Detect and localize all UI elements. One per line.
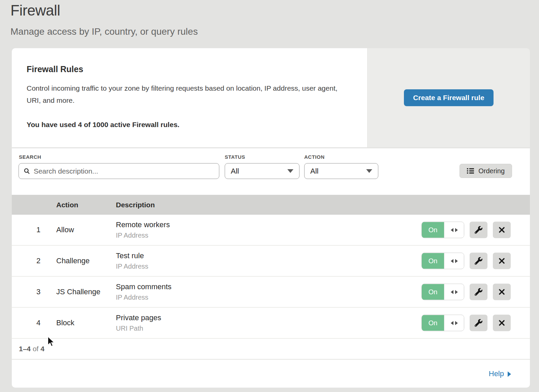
column-header-action: Action [56,201,78,209]
edit-rule-button[interactable] [470,222,487,238]
page-subtitle: Manage access by IP, country, or query r… [10,26,198,37]
overview-heading: Firewall Rules [27,64,347,74]
table-row: 1 Allow Remote workers IP Address On [12,215,530,246]
rule-description: Private pages [116,313,161,322]
rule-action: Block [56,319,74,327]
rule-priority: 4 [32,319,45,327]
close-icon [498,227,505,234]
rules-usage-note: You have used 4 of 1000 active Firewall … [27,121,347,129]
edit-rule-button[interactable] [470,284,487,300]
help-link-label: Help [489,369,504,378]
delete-rule-button[interactable] [493,284,511,300]
action-select[interactable]: All [304,163,378,179]
rule-priority: 1 [32,225,45,234]
toggle-drag-handle[interactable] [444,222,464,238]
chevron-right-icon [508,371,511,377]
wrench-icon [475,288,482,296]
ordered-list-icon [467,168,474,174]
help-link[interactable]: Help [489,369,511,378]
filter-bar: SEARCH STATUS All ACTION All [12,148,530,195]
toggle-on-label: On [422,222,444,238]
chevron-down-icon [287,169,293,173]
rule-priority: 3 [32,288,45,296]
pagination-range: 1–4 of 4 [19,345,44,353]
overview-card-action-panel: Create a Firewall rule [367,48,530,147]
table-row: 3 JS Challenge Spam comments IP Address … [12,277,530,308]
arrow-left-icon [451,321,453,325]
pagination-range-values: 1–4 [19,345,31,353]
pagination-bar: 1–4 of 4 [12,339,530,359]
rule-controls: On [421,315,511,331]
search-field-container [19,163,219,179]
rule-description-cell: Remote workers IP Address [116,220,170,239]
rule-enabled-toggle[interactable]: On [421,284,464,300]
rule-controls: On [421,222,511,238]
rule-description: Test rule [116,251,148,260]
toggle-drag-handle[interactable] [444,315,464,331]
arrow-right-icon [455,290,458,294]
overview-card-text: Firewall Rules Control incoming traffic … [12,48,367,147]
action-label: ACTION [304,154,325,160]
arrow-left-icon [451,259,453,263]
rule-controls: On [421,253,511,269]
status-label: STATUS [225,154,245,160]
rule-action: JS Challenge [56,288,100,296]
search-input[interactable] [34,167,215,175]
table-row: 4 Block Private pages URI Path On [12,308,530,339]
rule-match-type: IP Address [116,232,170,239]
create-firewall-rule-button[interactable]: Create a Firewall rule [404,89,493,106]
toggle-on-label: On [422,253,444,269]
toggle-drag-handle[interactable] [444,253,464,269]
rule-description-cell: Spam comments IP Address [116,282,171,301]
firewall-rules-overview-card: Firewall Rules Control incoming traffic … [12,48,530,147]
search-label: SEARCH [19,154,41,160]
firewall-rules-list-card: SEARCH STATUS All ACTION All [12,148,530,388]
page-title: Firewall [10,2,60,19]
pagination-of-word: of [33,345,39,353]
search-icon [24,168,30,175]
close-icon [498,258,505,265]
rule-enabled-toggle[interactable]: On [421,315,464,331]
ordering-button[interactable]: Ordering [459,164,512,178]
rule-enabled-toggle[interactable]: On [421,253,464,269]
wrench-icon [475,319,482,327]
status-select[interactable]: All [225,163,299,179]
rule-match-type: IP Address [116,294,171,301]
rule-priority: 2 [32,257,45,265]
chevron-down-icon [366,169,372,173]
arrow-right-icon [455,259,458,263]
status-selected-value: All [231,167,239,176]
ordering-button-label: Ordering [478,167,505,175]
table-row: 2 Challenge Test rule IP Address On [12,246,530,277]
close-icon [498,289,505,296]
toggle-drag-handle[interactable] [444,284,464,300]
mouse-cursor [47,336,56,348]
close-icon [498,320,505,327]
table-header: Action Description [12,195,530,215]
column-header-description: Description [116,201,155,209]
rule-match-type: IP Address [116,263,148,270]
rule-enabled-toggle[interactable]: On [421,222,464,238]
rule-description: Remote workers [116,220,170,229]
arrow-right-icon [455,228,458,232]
arrow-left-icon [451,290,453,294]
wrench-icon [475,257,482,265]
rule-description: Spam comments [116,282,171,291]
delete-rule-button[interactable] [493,253,511,269]
rule-action: Allow [56,225,74,234]
delete-rule-button[interactable] [493,315,511,331]
rule-description-cell: Test rule IP Address [116,251,148,270]
toggle-on-label: On [422,315,444,331]
arrow-left-icon [451,228,453,232]
overview-description: Control incoming traffic to your zone by… [27,82,347,107]
edit-rule-button[interactable] [470,315,487,331]
edit-rule-button[interactable] [470,253,487,269]
delete-rule-button[interactable] [493,222,511,238]
card-footer: Help [12,359,530,388]
rule-controls: On [421,284,511,300]
wrench-icon [475,226,482,234]
rule-action: Challenge [56,257,90,265]
pagination-total: 4 [40,345,44,353]
arrow-right-icon [455,321,458,325]
rule-match-type: URI Path [116,325,161,332]
